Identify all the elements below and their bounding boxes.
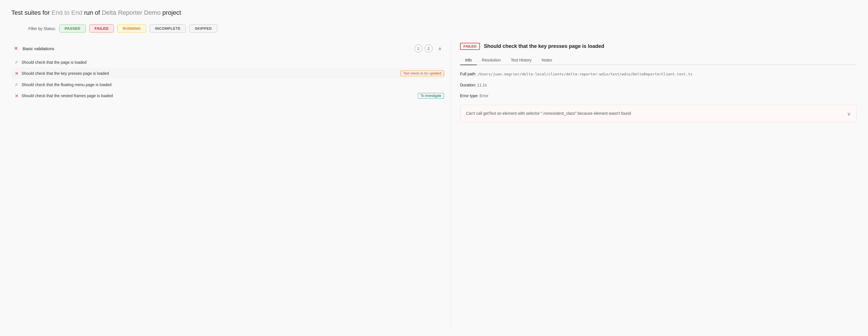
filter-row: Filter by Status: PASSED FAILED RUNNING … <box>11 24 857 33</box>
main-content: ✕ Basic validations 2 2 ∧ ✓ Should check… <box>11 42 857 327</box>
test-name: Should check that the floating menu page… <box>22 83 444 87</box>
failed-badge: FAILED <box>460 43 480 50</box>
test-fail-icon: ✕ <box>11 71 22 76</box>
page-title: Test suites for End to End run of Delta … <box>11 9 857 17</box>
test-name: Should check that the nested frames page… <box>22 93 415 98</box>
test-tag-update: Test needs to be updated <box>401 70 444 76</box>
expand-error-button[interactable]: ∨ <box>847 111 851 117</box>
full-path-value: /Users/juan.negrier/delta-local/clients/… <box>477 72 692 76</box>
suite-fail-icon: ✕ <box>11 45 21 52</box>
detail-title: Should check that the key presses page i… <box>484 43 604 49</box>
error-box: Can't call getText on element with selec… <box>460 105 857 122</box>
test-name: Should check that the page is loaded <box>22 60 444 65</box>
filter-skipped-button[interactable]: SKIPPED <box>189 24 217 33</box>
full-path-label: Full path: <box>460 72 476 76</box>
tab-info[interactable]: Info <box>460 56 477 65</box>
filter-running-button[interactable]: RUNNING <box>117 24 146 33</box>
error-type-value: Error <box>479 93 488 98</box>
test-fail-icon: ✕ <box>11 93 22 99</box>
test-tag-investigate: To investigate <box>418 93 444 99</box>
suite-badge-2: 2 <box>425 44 433 53</box>
test-item[interactable]: ✓ Should check that the floating menu pa… <box>11 79 444 90</box>
suite-badges: 2 2 <box>414 44 433 53</box>
suite-collapse-button[interactable]: ∧ <box>436 45 444 53</box>
duration-label: Duration: <box>460 83 476 87</box>
test-item[interactable]: ✓ Should check that the page is loaded <box>11 57 444 68</box>
suite-badge-1: 2 <box>414 44 423 53</box>
tab-notes[interactable]: Notes <box>536 56 557 65</box>
tab-resolution[interactable]: Resolution <box>477 56 506 65</box>
tab-test-history[interactable]: Test History <box>506 56 536 65</box>
full-path-field: Full path: /Users/juan.negrier/delta-loc… <box>460 71 857 77</box>
suite-title: Basic validations <box>23 46 414 51</box>
filter-incomplete-button[interactable]: INCOMPLETE <box>150 24 186 33</box>
test-pass-icon: ✓ <box>11 82 22 87</box>
left-panel: ✕ Basic validations 2 2 ∧ ✓ Should check… <box>11 42 451 327</box>
error-type-field: Error type: Error <box>460 93 857 99</box>
test-item[interactable]: ✕ Should check that the key presses page… <box>11 68 444 79</box>
duration-value: 11.1s <box>477 83 487 87</box>
filter-passed-button[interactable]: PASSED <box>59 24 86 33</box>
detail-header: FAILED Should check that the key presses… <box>460 43 857 50</box>
duration-field: Duration: 11.1s <box>460 82 857 88</box>
test-pass-icon: ✓ <box>11 60 22 65</box>
filter-label: Filter by Status: <box>28 26 56 31</box>
suite-header: ✕ Basic validations 2 2 ∧ <box>11 42 444 56</box>
error-type-label: Error type: <box>460 93 478 98</box>
test-item[interactable]: ✕ Should check that the nested frames pa… <box>11 90 444 101</box>
filter-failed-button[interactable]: FAILED <box>89 24 114 33</box>
tabs: Info Resolution Test History Notes <box>460 56 857 65</box>
tab-content-info: Full path: /Users/juan.negrier/delta-loc… <box>460 71 857 122</box>
right-panel: FAILED Should check that the key presses… <box>451 42 857 327</box>
test-list: ✓ Should check that the page is loaded ✕… <box>11 57 444 101</box>
error-message: Can't call getText on element with selec… <box>466 110 844 117</box>
test-name: Should check that the key presses page i… <box>22 71 398 75</box>
